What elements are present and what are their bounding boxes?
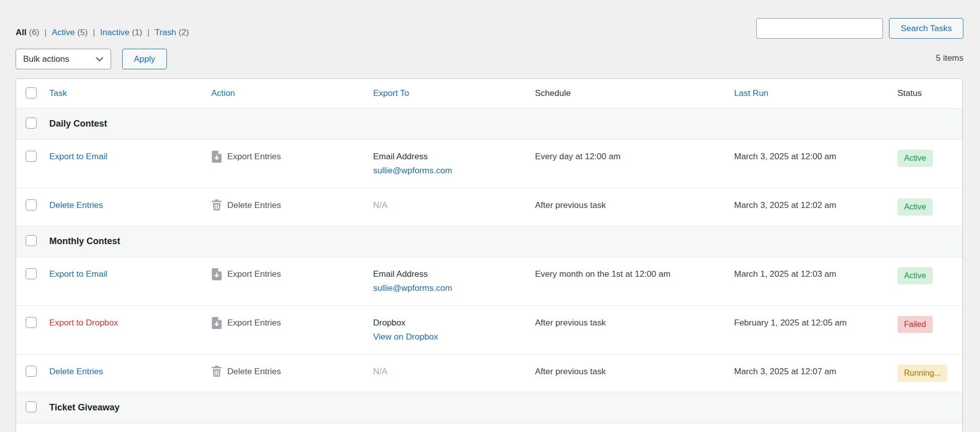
filter-all[interactable]: All (6) <box>16 28 39 37</box>
status-badge: Active <box>898 150 933 167</box>
table-row: Delete Entries Delete Entries N/A After … <box>16 188 962 226</box>
column-header-schedule: Schedule <box>535 88 571 98</box>
filter-active-link[interactable]: Active <box>52 28 75 37</box>
group-row: Ticket Giveaway <box>16 392 962 423</box>
row-checkbox[interactable] <box>26 268 37 279</box>
table-row: Export to Email Export Entries Email Add… <box>16 257 962 306</box>
schedule-value: Every Fri at 12:00 am <box>528 423 727 432</box>
table-row: Delete Entries Delete Entries N/A After … <box>16 355 962 392</box>
last-run-value: March 3, 2025 at 12:07 am <box>727 355 890 392</box>
export-to-link[interactable]: sullie@wpforms.com <box>373 281 452 295</box>
filter-trash-link[interactable]: Trash <box>154 28 176 37</box>
table-row: Entry Automation Task Export Entries Ema… <box>16 423 962 432</box>
schedule-value: After previous task <box>528 188 727 226</box>
table-header-row: Task Action Export To Schedule Last Run … <box>16 79 962 109</box>
group-row: Monthly Contest <box>16 226 962 257</box>
export-to-label: N/A <box>373 198 521 212</box>
status-badge: Failed <box>898 316 933 333</box>
column-header-export-to[interactable]: Export To <box>373 88 409 98</box>
schedule-value: After previous task <box>528 355 727 392</box>
trash-icon <box>211 365 222 377</box>
group-title: Ticket Giveaway <box>49 402 120 412</box>
filter-trash[interactable]: Trash (2) <box>154 28 189 37</box>
column-header-status: Status <box>898 88 922 98</box>
search-input[interactable] <box>756 18 883 39</box>
export-to-label: Email Address <box>373 267 521 281</box>
filter-inactive[interactable]: Inactive (1) <box>100 28 142 37</box>
select-all-checkbox[interactable] <box>26 87 37 98</box>
status-filters: All (6)|Active (5)|Inactive (1)|Trash (2… <box>16 28 189 38</box>
filter-separator: | <box>44 28 46 37</box>
row-checkbox[interactable] <box>26 199 37 210</box>
last-run-value: March 3, 2025 at 12:00 am <box>727 140 890 188</box>
schedule-value: Every day at 12:00 am <box>528 140 727 188</box>
group-title: Monthly Contest <box>49 236 120 246</box>
group-row: Daily Contest <box>16 109 962 140</box>
row-checkbox[interactable] <box>26 235 37 246</box>
items-count: 5 items <box>936 53 963 63</box>
filter-separator: | <box>147 28 149 37</box>
row-checkbox[interactable] <box>26 366 37 377</box>
filter-active[interactable]: Active (5) <box>52 28 88 37</box>
file-export-icon <box>211 150 222 163</box>
action-label: Export Entries <box>227 267 281 281</box>
export-to-link[interactable]: sullie@wpforms.com <box>373 164 452 178</box>
column-header-last-run[interactable]: Last Run <box>734 88 768 98</box>
row-checkbox[interactable] <box>26 401 37 412</box>
filter-trash-count: (2) <box>179 28 189 37</box>
action-label: Export Entries <box>227 150 281 164</box>
bulk-actions-label: Bulk actions <box>23 54 69 64</box>
status-badge: Running... <box>898 365 947 382</box>
task-name-link[interactable]: Export to Dropbox <box>49 318 118 328</box>
row-checkbox[interactable] <box>26 317 37 328</box>
chevron-down-icon <box>96 56 104 63</box>
filter-separator: | <box>93 28 95 37</box>
last-run-value: January 31, 2025 at 12:03 am <box>727 423 890 432</box>
apply-button[interactable]: Apply <box>122 49 167 69</box>
filter-all-link[interactable]: All <box>16 28 27 37</box>
group-title: Daily Contest <box>49 119 107 129</box>
column-header-task[interactable]: Task <box>49 88 67 98</box>
export-to-label: Email Address <box>373 150 521 164</box>
table-row: Export to Dropbox Export Entries Dropbox… <box>16 306 962 355</box>
table-row: Export to Email Export Entries Email Add… <box>16 140 962 188</box>
filter-active-count: (5) <box>77 28 88 37</box>
column-header-action[interactable]: Action <box>211 88 235 98</box>
task-name-link[interactable]: Export to Email <box>49 269 107 279</box>
last-run-value: March 3, 2025 at 12:02 am <box>727 188 890 226</box>
filter-inactive-count: (1) <box>132 28 142 37</box>
last-run-value: March 1, 2025 at 12:03 am <box>727 257 890 306</box>
export-to-label: Dropbox <box>373 316 521 330</box>
trash-icon <box>211 198 222 210</box>
last-run-value: February 1, 2025 at 12:05 am <box>727 306 890 355</box>
row-checkbox[interactable] <box>26 151 37 162</box>
action-label: Delete Entries <box>227 198 281 212</box>
task-name-link[interactable]: Export to Email <box>49 152 107 161</box>
row-checkbox[interactable] <box>26 118 37 129</box>
status-badge: Active <box>898 267 933 284</box>
bulk-actions-select[interactable]: Bulk actions <box>16 49 111 69</box>
schedule-value: Every month on the 1st at 12:00 am <box>528 257 727 306</box>
file-export-icon <box>211 316 222 329</box>
bulk-actions-area: Bulk actions Apply <box>16 49 167 69</box>
action-label: Export Entries <box>227 316 281 330</box>
task-name-link[interactable]: Delete Entries <box>49 200 103 210</box>
export-to-label: N/A <box>373 365 521 379</box>
search-area: Search Tasks <box>756 18 963 39</box>
filter-all-count: (6) <box>29 28 39 37</box>
filter-inactive-link[interactable]: Inactive <box>100 28 130 37</box>
status-badge: Active <box>898 198 933 215</box>
search-tasks-button[interactable]: Search Tasks <box>889 18 963 39</box>
action-label: Delete Entries <box>227 365 281 379</box>
tasks-list-page: All (6)|Active (5)|Inactive (1)|Trash (2… <box>0 0 980 432</box>
task-name-link[interactable]: Delete Entries <box>49 367 103 376</box>
export-to-link[interactable]: View on Dropbox <box>373 330 438 344</box>
schedule-value: After previous task <box>528 306 727 355</box>
tasks-table: Task Action Export To Schedule Last Run … <box>16 78 963 432</box>
file-export-icon <box>211 267 222 280</box>
